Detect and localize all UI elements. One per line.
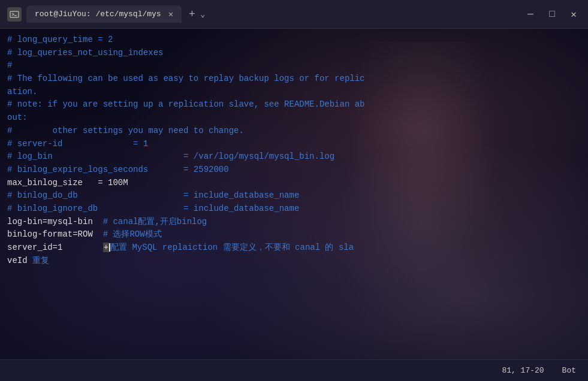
terminal-area[interactable]: # long_query_time = 2 # log_queries_not_… xyxy=(0,29,588,359)
terminal-content[interactable]: # long_query_time = 2 # log_queries_not_… xyxy=(0,29,588,338)
terminal-line: # log_bin = /var/log/mysql/mysql_bin.log xyxy=(7,150,581,164)
terminal-line: # xyxy=(7,59,581,72)
tab-label: root@JiuYou: /etc/mysql/mys xyxy=(35,10,161,19)
editor-mode: Bot xyxy=(562,366,576,375)
terminal-line: # The following can be used as easy to r… xyxy=(7,72,581,86)
terminal-line: # long_query_time = 2 xyxy=(7,34,581,47)
terminal-line: # binlog_ignore_db = include_database_na… xyxy=(7,202,581,216)
terminal-window: root@JiuYou: /etc/mysql/mys ✕ + ⌄ — □ ✕ … xyxy=(0,0,588,381)
terminal-line: log-bin=mysql-bin # canal配置,开启binlog xyxy=(7,216,581,229)
tab-close-button[interactable]: ✕ xyxy=(168,9,173,19)
cursor-position: 81, 17-20 xyxy=(502,366,544,375)
new-tab-button[interactable]: + xyxy=(189,8,195,20)
app-icon xyxy=(7,7,22,22)
minimize-button[interactable]: — xyxy=(523,7,538,22)
terminal-line: out: xyxy=(7,111,581,125)
terminal-line: server_id=1 +配置 MySQL replaiction 需要定义，不… xyxy=(7,241,581,255)
titlebar: root@JiuYou: /etc/mysql/mys ✕ + ⌄ — □ ✕ xyxy=(0,0,588,29)
active-tab[interactable]: root@JiuYou: /etc/mysql/mys ✕ xyxy=(26,5,182,23)
close-button[interactable]: ✕ xyxy=(566,7,581,22)
terminal-line: # binlog_expire_logs_seconds = 2592000 xyxy=(7,164,581,177)
terminal-line: # binlog_do_db = include_database_name xyxy=(7,189,581,202)
statusbar: 81, 17-20 Bot xyxy=(0,359,588,381)
terminal-line: # other settings you may need to change. xyxy=(7,125,581,138)
terminal-line: # log_queries_not_using_indexes xyxy=(7,47,581,60)
terminal-line: max_binlog_size = 100M xyxy=(7,177,581,190)
maximize-button[interactable]: □ xyxy=(545,7,559,22)
tab-dropdown-button[interactable]: ⌄ xyxy=(200,9,205,19)
terminal-line: veId 重复 xyxy=(7,255,581,268)
terminal-line: ation. xyxy=(7,86,581,99)
terminal-line: # note: if you are setting up a replicat… xyxy=(7,98,581,111)
terminal-line: binlog-format=ROW # 选择ROW模式 xyxy=(7,228,581,241)
window-controls: — □ ✕ xyxy=(523,7,581,22)
terminal-line: # server-id = 1 xyxy=(7,138,581,151)
